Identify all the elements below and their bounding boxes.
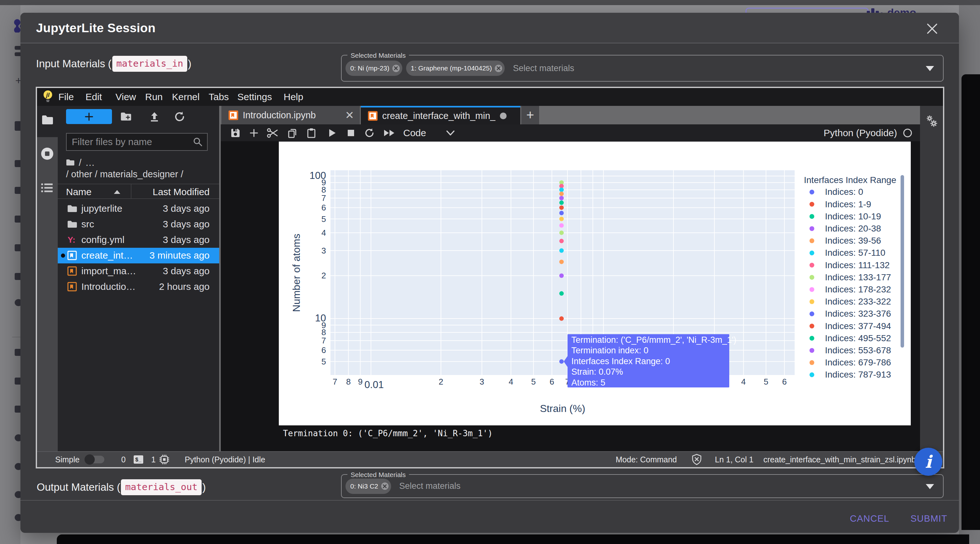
file-row-jupyterlite[interactable]: jupyterlite3 days ago — [58, 201, 219, 217]
file-row-config-yml[interactable]: Y:config.yml3 days ago — [58, 232, 219, 248]
chip-remove-icon[interactable] — [495, 65, 502, 72]
cell-type-dropdown[interactable]: Code — [403, 124, 426, 141]
legend-label[interactable]: Indices: 553-678 — [825, 345, 891, 355]
trust-shield-icon[interactable] — [692, 452, 702, 467]
upload-button[interactable] — [149, 111, 160, 122]
file-row-create-int-[interactable]: create_int…3 minutes ago — [58, 248, 219, 263]
legend-label[interactable]: Indices: 178-232 — [825, 284, 891, 294]
refresh-button[interactable] — [174, 111, 185, 122]
info-button[interactable]: i — [914, 448, 942, 476]
selected-materials-output-field[interactable]: Selected Materials 0: Ni3 C2Select mater… — [341, 474, 943, 498]
column-name[interactable]: Name — [66, 187, 92, 197]
scatter-point[interactable] — [559, 239, 564, 243]
legend-label[interactable]: Indices: 787-913 — [825, 370, 891, 379]
legend-label[interactable]: Indices: 679-786 — [825, 357, 891, 367]
legend-label[interactable]: Indices: 233-322 — [825, 297, 891, 306]
menu-file[interactable]: File — [58, 88, 74, 106]
legend-label[interactable]: Indices: 133-177 — [825, 272, 891, 282]
new-folder-button[interactable] — [120, 111, 132, 122]
terminal-count[interactable]: 0 — [121, 452, 126, 467]
mode-indicator[interactable]: Mode: Command — [616, 452, 677, 467]
tab-close-icon[interactable]: ✕ — [345, 109, 355, 122]
file-row-introductio-[interactable]: Introductio…2 hours ago — [58, 279, 219, 295]
filter-files-input[interactable]: Filter files by name — [66, 133, 208, 151]
restart-kernel-icon[interactable] — [364, 128, 374, 138]
legend-scrollbar[interactable] — [900, 175, 904, 347]
legend-label[interactable]: Indices: 323-376 — [825, 309, 891, 319]
file-row-src[interactable]: src3 days ago — [58, 217, 219, 232]
scatter-point[interactable] — [559, 187, 564, 192]
new-tab-button[interactable]: + — [521, 106, 539, 124]
menu-kernel[interactable]: Kernel — [172, 88, 200, 106]
legend-label[interactable]: Indices: 111-132 — [825, 260, 890, 270]
legend-label[interactable]: Indices: 39-56 — [825, 236, 881, 246]
run-cell-icon[interactable] — [327, 128, 337, 138]
material-chip[interactable]: 0: Ni3 C2 — [345, 479, 391, 494]
scatter-point[interactable] — [559, 260, 564, 264]
run-all-cells-icon[interactable] — [383, 128, 396, 138]
tab-create-interface[interactable]: create_interface_with_min_ — [361, 106, 520, 124]
scatter-point[interactable] — [559, 201, 564, 205]
legend-label[interactable]: Indices: 1-9 — [825, 199, 871, 209]
simple-mode-toggle[interactable] — [83, 452, 106, 467]
material-chip[interactable]: 1: Graphene (mp-1040425) — [406, 60, 505, 76]
column-last-modified[interactable]: Last Modified — [153, 187, 210, 197]
home-folder-icon[interactable] — [66, 159, 75, 167]
new-launcher-button[interactable] — [66, 109, 112, 124]
tab-introduction-ipynb[interactable]: Introduction.ipynb ✕ — [221, 106, 360, 124]
legend-label[interactable]: Indices: 10-19 — [825, 211, 881, 221]
selected-materials-input-field[interactable]: Selected Materials 0: Ni (mp-23)1: Graph… — [341, 55, 943, 82]
strain-atoms-scatter-chart[interactable]: 7890.012345678923456100987654321098765St… — [279, 141, 911, 425]
breadcrumb-root[interactable]: / — [79, 157, 81, 168]
save-icon[interactable] — [230, 128, 240, 138]
scatter-point[interactable] — [559, 248, 564, 253]
copy-cells-icon[interactable] — [287, 128, 298, 138]
cancel-button[interactable]: CANCEL — [850, 509, 889, 528]
legend-label[interactable]: Indices: 377-494 — [825, 321, 891, 331]
chip-remove-icon[interactable] — [381, 482, 388, 490]
file-browser-tab-icon[interactable] — [41, 115, 54, 125]
menu-view[interactable]: View — [116, 88, 136, 106]
scatter-point[interactable] — [559, 192, 564, 196]
scatter-point[interactable] — [559, 359, 564, 364]
menu-run[interactable]: Run — [145, 88, 163, 106]
cut-cells-icon[interactable] — [267, 128, 279, 138]
legend-label[interactable]: Indices: 0 — [825, 187, 863, 197]
scatter-point[interactable] — [559, 205, 564, 210]
table-of-contents-tab-icon[interactable] — [41, 183, 53, 193]
select-materials-placeholder[interactable]: Select materials — [399, 481, 461, 491]
chip-remove-icon[interactable] — [392, 65, 400, 72]
legend-label[interactable]: Indices: 495-552 — [825, 333, 891, 343]
menu-help[interactable]: Help — [283, 88, 303, 106]
scatter-point[interactable] — [559, 230, 564, 235]
dropdown-caret-icon[interactable] — [926, 484, 934, 489]
scatter-point[interactable] — [559, 217, 564, 221]
dropdown-caret-icon[interactable] — [926, 66, 934, 71]
kernel-indicator[interactable]: Python (Pyodide) — [824, 124, 912, 141]
close-icon[interactable] — [925, 22, 939, 36]
paste-cells-icon[interactable] — [306, 128, 317, 138]
scatter-point[interactable] — [559, 316, 564, 321]
kernel-count[interactable]: 1 — [151, 452, 156, 467]
chevron-down-icon[interactable] — [445, 130, 455, 137]
scatter-point[interactable] — [559, 273, 564, 278]
submit-button[interactable]: SUBMIT — [910, 509, 947, 528]
legend-label[interactable]: Indices: 57-110 — [825, 248, 885, 258]
scatter-point[interactable] — [559, 223, 564, 228]
breadcrumb-ellipsis[interactable]: … — [85, 157, 95, 168]
menu-settings[interactable]: Settings — [237, 88, 272, 106]
property-inspector-gears-icon[interactable] — [926, 115, 938, 128]
menu-edit[interactable]: Edit — [86, 88, 102, 106]
file-row-import-ma-[interactable]: import_ma…3 days ago — [58, 263, 219, 279]
breadcrumb-path[interactable]: / other / materials_designer / — [66, 168, 213, 180]
material-chip[interactable]: 0: Ni (mp-23) — [345, 60, 402, 76]
menu-tabs[interactable]: Tabs — [208, 88, 229, 106]
kernel-status-text[interactable]: Python (Pyodide) | Idle — [185, 452, 265, 467]
select-materials-placeholder[interactable]: Select materials — [513, 63, 574, 73]
stop-kernel-icon[interactable] — [346, 128, 356, 138]
cursor-position[interactable]: Ln 1, Col 1 — [715, 452, 754, 467]
add-cell-icon[interactable] — [249, 128, 259, 138]
legend-label[interactable]: Indices: 20-38 — [825, 224, 881, 233]
scatter-point[interactable] — [559, 211, 564, 215]
running-kernels-tab-icon[interactable] — [41, 147, 54, 160]
